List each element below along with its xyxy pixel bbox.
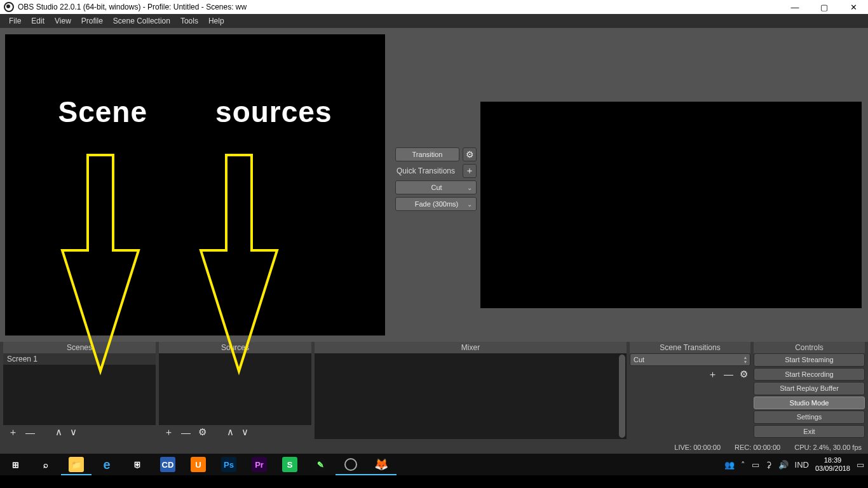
status-rec: REC: 00:00:00 — [735, 444, 780, 451]
start-button[interactable]: ⊞ — [0, 454, 31, 475]
obs-taskbar-icon[interactable] — [336, 454, 366, 475]
add-source-button[interactable]: ＋ — [164, 426, 173, 438]
status-live: LIVE: 00:00:00 — [674, 444, 721, 451]
move-source-up-button[interactable]: ∧ — [227, 426, 234, 438]
menu-bar: File Edit View Profile Scene Collection … — [0, 14, 868, 28]
notifications-icon[interactable]: ▭ — [857, 460, 864, 470]
add-quick-transition-button[interactable]: ＋ — [463, 164, 477, 178]
controls-panel: Start Streaming Start Recording Start Re… — [754, 353, 865, 439]
windows-taskbar: ⊞ ⌕ 📁 e ⛨ CD U Ps Pr S ✎ 🦊 👥 ˄ ▭ ⚳ 🔊 IND… — [0, 454, 868, 475]
scene-transitions-panel: Cut ▴▾ ＋ — ⚙ — [630, 353, 750, 439]
settings-button[interactable]: Settings — [754, 410, 865, 424]
transition-props-button[interactable]: ⚙ — [740, 369, 748, 381]
mixer-panel-title: Mixer — [315, 342, 627, 353]
premiere-icon[interactable]: Pr — [244, 454, 275, 475]
mixer-panel — [315, 353, 627, 439]
transition-controls: Transition ⚙ Quick Transitions ＋ Cut ⌄ F… — [391, 28, 480, 342]
annotation-sources-label: sources — [215, 95, 332, 129]
workspace: Scene sources Transition ⚙ Quick Transit… — [0, 28, 868, 342]
quick-transition-fade[interactable]: Fade (300ms) ⌄ — [395, 197, 477, 211]
system-tray: 👥 ˄ ▭ ⚳ 🔊 IND 18:39 03/09/2018 ▭ — [721, 456, 868, 473]
people-icon[interactable]: 👥 — [724, 460, 735, 470]
remove-scene-button[interactable]: — — [25, 427, 35, 438]
close-button[interactable]: ✕ — [839, 0, 868, 14]
edge-icon[interactable]: e — [92, 454, 122, 475]
controls-panel-title: Controls — [754, 342, 865, 353]
menu-help[interactable]: Help — [203, 14, 229, 28]
scene-transitions-panel-title: Scene Transitions — [630, 342, 750, 353]
cd-app-icon[interactable]: CD — [153, 454, 183, 475]
uc-browser-icon[interactable]: U — [183, 454, 214, 475]
status-cpu: CPU: 2.4%, 30.00 fps — [794, 444, 862, 451]
window-titlebar: OBS Studio 22.0.1 (64-bit, windows) - Pr… — [0, 0, 868, 14]
file-explorer-icon[interactable]: 📁 — [61, 454, 92, 475]
studio-mode-button[interactable]: Studio Mode — [754, 396, 865, 410]
annotation-arrow-left — [43, 149, 158, 416]
search-button[interactable]: ⌕ — [31, 454, 61, 475]
menu-file[interactable]: File — [4, 14, 26, 28]
remove-source-button[interactable]: — — [181, 427, 191, 438]
menu-edit[interactable]: Edit — [26, 14, 50, 28]
status-bar: LIVE: 00:00:00 REC: 00:00:00 CPU: 2.4%, … — [0, 441, 868, 454]
chevron-down-icon: ⌄ — [467, 201, 472, 208]
start-replay-buffer-button[interactable]: Start Replay Buffer — [754, 382, 865, 395]
tray-chevron-icon[interactable]: ˄ — [741, 460, 745, 470]
volume-icon[interactable]: 🔊 — [778, 460, 789, 470]
add-transition-button[interactable]: ＋ — [708, 369, 717, 381]
remove-transition-button[interactable]: — — [724, 369, 733, 381]
source-settings-button[interactable]: ⚙ — [198, 426, 207, 438]
maximize-button[interactable]: ▢ — [810, 0, 839, 14]
preview-canvas[interactable]: Scene sources — [5, 34, 385, 336]
taskbar-clock[interactable]: 18:39 03/09/2018 — [815, 456, 850, 473]
transition-select[interactable]: Cut ▴▾ — [630, 353, 750, 366]
transition-button[interactable]: Transition — [395, 147, 459, 161]
start-streaming-button[interactable]: Start Streaming — [754, 353, 865, 367]
menu-tools[interactable]: Tools — [175, 14, 203, 28]
add-scene-button[interactable]: ＋ — [8, 426, 18, 438]
updown-icon: ▴▾ — [744, 355, 747, 364]
start-recording-button[interactable]: Start Recording — [754, 368, 865, 381]
photoshop-icon[interactable]: Ps — [214, 454, 244, 475]
obs-icon — [4, 2, 14, 12]
move-source-down-button[interactable]: ∨ — [241, 426, 248, 438]
mixer-list[interactable] — [315, 353, 627, 439]
menu-view[interactable]: View — [50, 14, 76, 28]
battery-icon[interactable]: ▭ — [752, 460, 759, 470]
transition-settings-icon[interactable]: ⚙ — [463, 147, 477, 161]
green-s-icon[interactable]: S — [275, 454, 305, 475]
mixer-scrollbar[interactable] — [619, 355, 625, 438]
move-scene-up-button[interactable]: ∧ — [55, 426, 62, 438]
menu-scene-collection[interactable]: Scene Collection — [108, 14, 175, 28]
annotation-arrow-right — [182, 149, 296, 416]
firefox-icon[interactable]: 🦊 — [366, 454, 397, 475]
quick-transition-cut[interactable]: Cut ⌄ — [395, 180, 477, 194]
wifi-icon[interactable]: ⚳ — [766, 460, 772, 470]
security-icon[interactable]: ⛨ — [122, 454, 153, 475]
move-scene-down-button[interactable]: ∨ — [70, 426, 77, 438]
paint-app-icon[interactable]: ✎ — [305, 454, 336, 475]
exit-button[interactable]: Exit — [754, 425, 865, 438]
menu-profile[interactable]: Profile — [76, 14, 108, 28]
language-indicator[interactable]: IND — [795, 460, 809, 470]
chevron-down-icon: ⌄ — [467, 184, 472, 191]
program-canvas[interactable] — [480, 34, 862, 336]
window-title: OBS Studio 22.0.1 (64-bit, windows) - Pr… — [18, 3, 780, 11]
annotation-scene-label: Scene — [58, 95, 148, 129]
minimize-button[interactable]: — — [780, 0, 810, 14]
quick-transitions-label: Quick Transitions — [395, 166, 459, 175]
